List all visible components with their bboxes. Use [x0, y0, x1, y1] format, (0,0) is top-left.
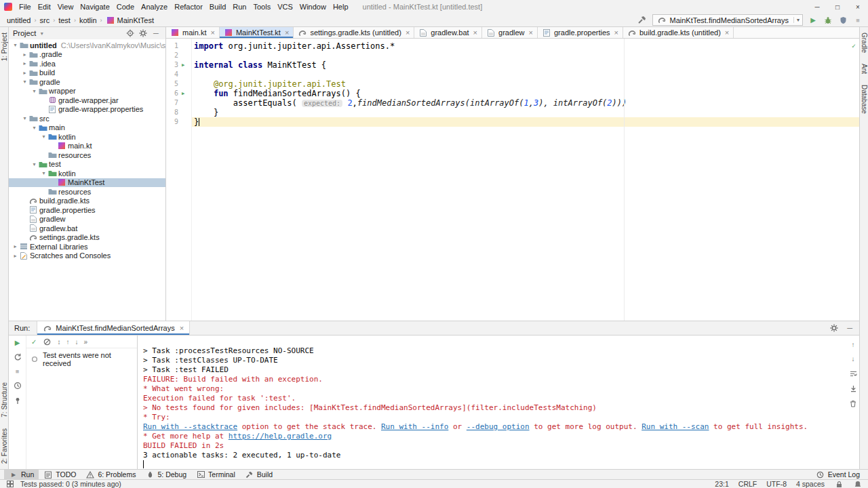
menu-window[interactable]: Window — [296, 3, 330, 11]
chevron-collapsed-icon[interactable]: ▸ — [21, 70, 28, 76]
close-icon[interactable]: × — [285, 29, 289, 37]
chevron-collapsed-icon[interactable]: ▸ — [21, 60, 28, 66]
console-link[interactable]: https://help.gradle.org — [229, 432, 332, 441]
sort-by-duration-icon[interactable]: ↕ — [57, 338, 60, 346]
minimize-button[interactable]: ─ — [807, 0, 827, 14]
editor-tab-gradlew.bat[interactable]: gradlew.bat× — [414, 27, 482, 38]
code-line-9[interactable]: } — [192, 117, 859, 127]
hide-panel-icon[interactable]: ─ — [151, 29, 161, 37]
editor-tab-build.gradle.kts-untitled[interactable]: build.gradle.kts (untitled)× — [623, 27, 734, 38]
code-line-7[interactable]: assertEquals( expected: 2,findMedianSort… — [192, 98, 859, 108]
code-line-5[interactable]: @org.junit.jupiter.api.Test — [192, 79, 859, 89]
toolwindow-button-build[interactable]: Build — [240, 470, 277, 479]
close-icon[interactable]: × — [210, 29, 214, 37]
notifications-icon[interactable] — [853, 480, 863, 488]
locate-file-icon[interactable] — [125, 29, 136, 37]
close-icon[interactable]: × — [725, 29, 729, 37]
scroll-down-icon[interactable]: ↓ — [852, 355, 855, 363]
toolwindow-button-terminal[interactable]: Terminal — [191, 470, 240, 479]
console-link[interactable]: Run with --stacktrace — [143, 422, 237, 431]
code-line-4[interactable] — [192, 70, 859, 79]
chevron-expanded-icon[interactable]: ▾ — [40, 170, 47, 176]
menu-code[interactable]: Code — [113, 3, 138, 11]
tree-item-resources[interactable]: resources — [9, 150, 165, 160]
tree-item-gradlew.bat[interactable]: gradlew.bat — [9, 224, 165, 233]
chevron-expanded-icon[interactable]: ▾ — [21, 79, 28, 85]
console-output[interactable]: > Task :processTestResources NO-SOURCE> … — [138, 336, 847, 469]
toolwindow-button-todo[interactable]: TODO — [39, 470, 81, 479]
caret-position[interactable]: 23:1 — [715, 480, 728, 488]
toolwindow-button-run[interactable]: ▶Run — [4, 470, 39, 479]
editor-tab-gradle.properties[interactable]: gradle.properties× — [538, 27, 623, 38]
menu-tools[interactable]: Tools — [250, 3, 274, 11]
menu-build[interactable]: Build — [206, 3, 229, 11]
file-encoding[interactable]: UTF-8 — [766, 480, 787, 488]
tool-button-database[interactable]: Database — [861, 85, 868, 114]
tree-item-kotlin[interactable]: ▾kotlin — [9, 169, 165, 178]
lock-icon[interactable] — [834, 480, 844, 488]
run-test-gutter-icon[interactable]: ▶ — [178, 89, 188, 98]
more-options-icon[interactable]: » — [83, 338, 87, 346]
close-icon[interactable]: × — [473, 29, 477, 37]
chevron-expanded-icon[interactable]: ▾ — [21, 115, 28, 121]
editor-tab-settings.gradle.kts-untitled[interactable]: settings.gradle.kts (untitled)× — [294, 27, 414, 38]
tree-item-kotlin[interactable]: ▾kotlin — [9, 132, 165, 142]
code-line-6[interactable]: fun findMedianSortedArrays() { — [192, 89, 859, 98]
editor-code[interactable]: import org.junit.jupiter.api.Assertions.… — [192, 39, 859, 321]
menu-vcs[interactable]: VCS — [274, 3, 296, 11]
tree-item-external-libraries[interactable]: ▸External Libraries — [9, 242, 165, 251]
breadcrumb-item-mainkttest[interactable]: MainKtTest — [104, 16, 155, 24]
tree-item-settings.gradle.kts[interactable]: settings.gradle.kts — [9, 233, 165, 243]
menu-view[interactable]: View — [54, 3, 77, 11]
code-line-2[interactable] — [192, 51, 859, 60]
indent-setting[interactable]: 4 spaces — [796, 480, 825, 488]
project-panel-title[interactable]: Project — [13, 29, 36, 37]
code-line-1[interactable]: import org.junit.jupiter.api.Assertions.… — [192, 41, 859, 51]
tree-item-.gradle[interactable]: ▸.gradle — [9, 50, 165, 60]
stop-button[interactable]: ■ — [16, 368, 19, 375]
test-history-button[interactable] — [13, 382, 22, 390]
menu-refactor[interactable]: Refactor — [171, 3, 206, 11]
maximize-button[interactable]: □ — [827, 0, 848, 14]
clear-all-icon[interactable] — [848, 399, 858, 407]
editor-tab-mainkttest.kt[interactable]: MainKtTest.kt× — [220, 27, 294, 38]
tree-item-gradle.properties[interactable]: gradle.properties — [9, 205, 165, 215]
tool-button-ant[interactable]: Ant — [861, 64, 868, 74]
tree-item-src[interactable]: ▾src — [9, 114, 165, 123]
editor[interactable]: 123▶456▶789 import org.junit.jupiter.api… — [166, 39, 859, 321]
gear-icon[interactable] — [829, 324, 839, 332]
tree-item-.idea[interactable]: ▸.idea — [9, 59, 165, 68]
chevron-collapsed-icon[interactable]: ▸ — [12, 243, 19, 249]
run-button[interactable]: ▶ — [808, 16, 818, 24]
menu-run[interactable]: Run — [229, 3, 250, 11]
chevron-expanded-icon[interactable]: ▾ — [40, 134, 47, 140]
chevron-expanded-icon[interactable]: ▾ — [31, 88, 38, 94]
tree-item-wrapper[interactable]: ▾wrapper — [9, 87, 165, 96]
tree-item-gradlew[interactable]: gradlew — [9, 215, 165, 224]
run-tab[interactable]: MainKtTest.findMedianSortedArrays × — [37, 321, 190, 335]
tree-item-main[interactable]: ▾main — [9, 123, 165, 133]
breadcrumb-item-src[interactable]: src — [38, 16, 51, 24]
tool-button-gradle[interactable]: Gradle — [861, 33, 868, 53]
code-line-8[interactable]: } — [192, 108, 859, 117]
toolwindow-button-event-log[interactable]: Event Log — [816, 470, 864, 479]
tree-item-gradle-wrapper.properties[interactable]: gradle-wrapper.properties — [9, 105, 165, 115]
show-ignored-icon[interactable] — [42, 338, 52, 346]
soft-wrap-icon[interactable] — [848, 369, 858, 378]
next-failed-test-icon[interactable]: ↓ — [75, 338, 78, 346]
debug-button[interactable] — [823, 16, 833, 24]
hide-panel-icon[interactable]: ─ — [847, 324, 852, 332]
close-icon[interactable]: × — [406, 29, 410, 37]
tree-item-scratches-and-consoles[interactable]: ▸Scratches and Consoles — [9, 251, 165, 261]
close-icon[interactable]: × — [529, 29, 533, 37]
tree-item-main.kt[interactable]: main.kt — [9, 142, 165, 151]
scroll-to-end-icon[interactable] — [848, 384, 858, 392]
inspections-ok-icon[interactable]: ✓ — [852, 41, 856, 51]
chevron-collapsed-icon[interactable]: ▸ — [21, 52, 28, 58]
breadcrumb-item-untitled[interactable]: untitled — [5, 16, 32, 24]
tree-item-build[interactable]: ▸build — [9, 68, 165, 78]
menu-help[interactable]: Help — [330, 3, 352, 11]
console-link[interactable]: Run with --scan — [642, 422, 709, 431]
tree-item-test[interactable]: ▾test — [9, 160, 165, 169]
tree-item-gradle-wrapper.jar[interactable]: gradle-wrapper.jar — [9, 96, 165, 105]
